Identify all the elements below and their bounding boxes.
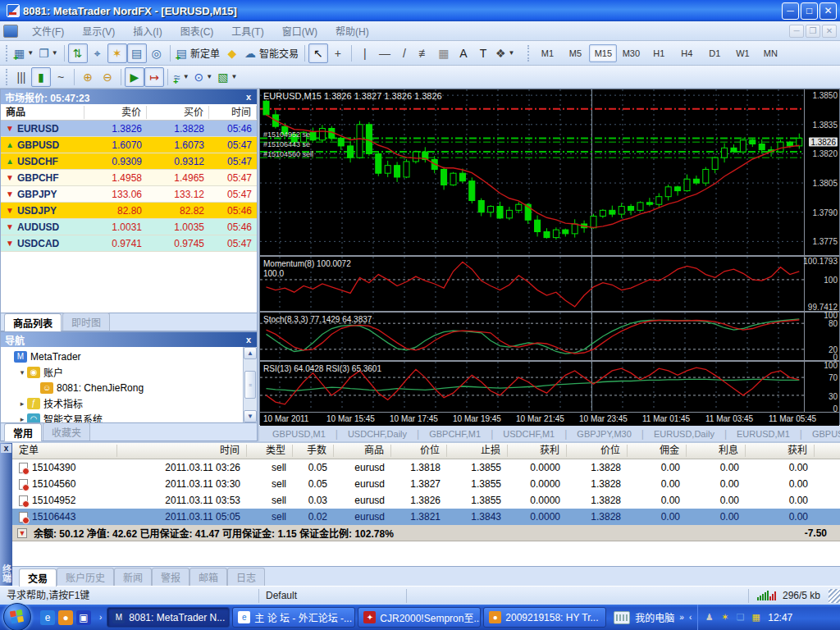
- navigator-close-icon[interactable]: x: [244, 335, 253, 345]
- market-watch-row[interactable]: ▲GBPUSD1.60701.607305:47: [1, 137, 257, 153]
- cursor-tool[interactable]: ↖: [308, 43, 328, 63]
- terminal-tab-交易[interactable]: 交易: [19, 568, 57, 587]
- candlestick-type[interactable]: ▮: [31, 67, 51, 87]
- nav-tree-item[interactable]: ▾◉账户: [4, 364, 243, 380]
- terminal-toggle[interactable]: ▤: [127, 43, 147, 63]
- tab-常用[interactable]: 常用: [4, 423, 42, 441]
- desktop-quicklaunch-icon[interactable]: ▣: [76, 610, 91, 625]
- menu-item-W[interactable]: 窗口(W): [273, 21, 326, 40]
- layout-tray-icon[interactable]: ▦: [750, 611, 762, 623]
- child-close-button[interactable]: ✕: [822, 25, 837, 38]
- chart-window[interactable]: EURUSD,M15 1.3826 1.3827 1.3826 1.3826#1…: [259, 89, 840, 425]
- menu-item-F[interactable]: 文件(F): [23, 21, 73, 40]
- shapes-dropdown[interactable]: ❖▼: [493, 43, 517, 63]
- orders-column-header[interactable]: 类型: [247, 445, 293, 457]
- alerts-button[interactable]: ◆: [222, 43, 242, 63]
- trendline-tool[interactable]: /: [395, 43, 414, 63]
- strategy-tester-toggle[interactable]: ◎: [147, 43, 167, 63]
- new-order-button[interactable]: ▤+新定单: [174, 43, 222, 63]
- market-watch-toggle[interactable]: ⇅: [68, 43, 88, 63]
- grid-tool[interactable]: ▦: [434, 43, 454, 63]
- orders-column-header[interactable]: 止损: [447, 445, 508, 457]
- network-tray-icon[interactable]: ❏: [734, 611, 746, 623]
- tab-商品列表[interactable]: 商品列表: [4, 313, 62, 331]
- terminal-tab-新闻[interactable]: 新闻: [114, 568, 152, 586]
- timeframe-M5[interactable]: M5: [561, 44, 589, 62]
- auto-scroll-toggle[interactable]: ▶: [125, 67, 144, 87]
- language-bar-keyboard-icon[interactable]: [614, 611, 630, 624]
- minimize-button[interactable]: ─: [782, 2, 799, 20]
- chart-tab-GBPUSD-M5[interactable]: GBPUSD,M5: [804, 428, 840, 440]
- chart-tab-USDCHF-M1[interactable]: USDCHF,M1: [495, 428, 563, 440]
- order-row[interactable]: 151043902011.03.11 03:26sell0.05eurusd1.…: [12, 459, 840, 476]
- scroll-up-icon[interactable]: ▲: [244, 347, 257, 359]
- indicators-dropdown[interactable]: ≈+▼: [171, 67, 192, 87]
- orders-column-header[interactable]: 商品: [334, 445, 391, 457]
- orders-column-header[interactable]: 定单: [12, 445, 117, 457]
- quicklaunch-expand-icon[interactable]: ›: [97, 613, 104, 622]
- market-watch-row[interactable]: ▼GBPCHF1.49581.496505:47: [1, 170, 257, 186]
- orders-column-header[interactable]: 价位: [567, 445, 628, 457]
- ie-quicklaunch-icon[interactable]: e: [40, 610, 55, 625]
- order-row[interactable]: 151049522011.03.11 03:53sell0.03eurusd1.…: [12, 492, 840, 509]
- terminal-tab-账户历史[interactable]: 账户历史: [57, 568, 114, 586]
- tab-收藏夹[interactable]: 收藏夹: [43, 422, 90, 441]
- orders-column-header[interactable]: 获利: [746, 445, 815, 457]
- periods-dropdown[interactable]: ⊙▼: [192, 67, 216, 87]
- terminal-close-icon[interactable]: x: [1, 444, 11, 453]
- toolbar-expand-icon[interactable]: »: [679, 613, 684, 622]
- market-watch-row[interactable]: ▼AUDUSD1.00311.003505:46: [1, 219, 257, 235]
- orders-column-header[interactable]: 价位: [391, 445, 447, 457]
- navigator-toggle[interactable]: ✶: [107, 43, 127, 63]
- terminal-tab-警报[interactable]: 警报: [152, 568, 189, 586]
- market-watch-row[interactable]: ▲USDCHF0.93090.931205:47: [1, 153, 257, 170]
- taskbar-button[interactable]: ●2009219158: HY Tr...: [483, 607, 606, 628]
- market-watch-column-header[interactable]: 买价: [147, 106, 209, 119]
- timeframe-MN[interactable]: MN: [756, 44, 784, 62]
- menu-item-C[interactable]: 图表(C): [171, 21, 223, 40]
- device-tray-icon[interactable]: ♟: [703, 611, 715, 623]
- line-chart-type[interactable]: ~: [51, 67, 71, 87]
- orders-column-header[interactable]: 获利: [508, 445, 567, 457]
- child-minimize-button[interactable]: ─: [789, 25, 804, 38]
- child-restore-button[interactable]: ❐: [806, 25, 820, 38]
- nav-tree-item[interactable]: ▸ƒ技术指标: [4, 395, 243, 411]
- terminal-tab-日志[interactable]: 日志: [227, 568, 265, 586]
- menu-item-I[interactable]: 插入(I): [124, 21, 171, 40]
- navigator-scrollbar[interactable]: ▲ ≡ ▼: [243, 347, 257, 422]
- toolbar-grip[interactable]: [527, 45, 531, 62]
- chart-system-menu-icon[interactable]: [3, 25, 18, 38]
- timeframe-M15[interactable]: M15: [589, 44, 617, 62]
- vertical-line-tool[interactable]: |: [355, 43, 375, 63]
- orders-column-header[interactable]: 时间: [117, 445, 247, 457]
- market-watch-row[interactable]: ▼USDCAD0.97410.974505:47: [1, 235, 257, 252]
- close-button[interactable]: ✕: [819, 2, 837, 20]
- timeframe-M1[interactable]: M1: [533, 44, 561, 62]
- market-watch-row[interactable]: ▼USDJPY82.8082.8205:46: [1, 203, 257, 219]
- start-button[interactable]: [3, 603, 31, 630]
- fibonacci-tool[interactable]: ≢: [414, 43, 434, 63]
- label-tool[interactable]: T: [473, 43, 493, 63]
- bar-chart-type[interactable]: |||: [11, 67, 31, 87]
- new-chart-button[interactable]: ▦+▼: [11, 43, 36, 63]
- horizontal-line-tool[interactable]: —: [375, 43, 395, 63]
- chart-tab-USDCHF-Daily[interactable]: USDCHF,Daily: [340, 428, 415, 440]
- chart-tab-GBPCHF-M1[interactable]: GBPCHF,M1: [421, 428, 489, 440]
- messenger-quicklaunch-icon[interactable]: ●: [58, 610, 73, 625]
- zoom-out-button[interactable]: ⊖: [98, 67, 117, 87]
- status-profile[interactable]: Default: [259, 589, 407, 603]
- order-row[interactable]: 151064432011.03.11 05:05sell0.02eurusd1.…: [12, 509, 840, 525]
- market-watch-column-header[interactable]: 时间: [209, 106, 257, 119]
- menu-item-H[interactable]: 帮助(H): [326, 21, 378, 40]
- timeframe-M30[interactable]: M30: [617, 44, 645, 62]
- timeframe-D1[interactable]: D1: [701, 44, 728, 62]
- scroll-down-icon[interactable]: ▼: [244, 410, 257, 422]
- text-tool[interactable]: A: [454, 43, 473, 63]
- tree-expander-icon[interactable]: ▸: [17, 399, 27, 408]
- scrollbar-thumb[interactable]: ≡: [244, 371, 256, 399]
- nav-tree-item[interactable]: MMetaTrader: [4, 349, 243, 364]
- tray-collapse-icon[interactable]: ‹: [689, 613, 692, 622]
- expert-advisors-button[interactable]: ☁智能交易: [242, 43, 301, 63]
- profiles-button[interactable]: ❐▼: [36, 43, 60, 63]
- market-watch-titlebar[interactable]: 市场报价: 05:47:23 x: [1, 89, 257, 104]
